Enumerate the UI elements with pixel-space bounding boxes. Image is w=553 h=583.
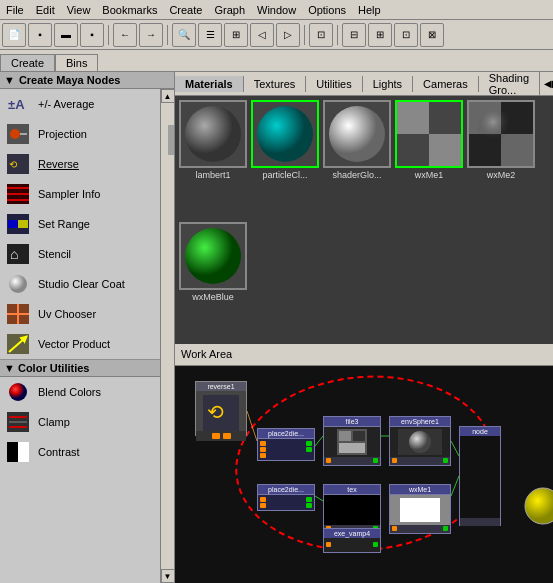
proj-icon (4, 122, 32, 146)
node-item-clamp[interactable]: Clamp (0, 407, 160, 437)
tool15[interactable]: ⊡ (394, 23, 418, 47)
node-right-group[interactable]: node (459, 426, 501, 526)
scrollbar[interactable]: ▲ ▼ (160, 89, 174, 583)
contrast-icon (4, 440, 32, 464)
scroll-up[interactable]: ▲ (161, 89, 175, 103)
tool16[interactable]: ⊠ (420, 23, 444, 47)
sep3 (304, 25, 305, 45)
tool12[interactable]: ⊡ (309, 23, 333, 47)
svg-point-2 (10, 129, 20, 139)
node-reverse1[interactable]: reverse1 ⟲ (195, 381, 247, 436)
node-texture-dark[interactable]: tex (323, 484, 381, 534)
yellow-circle-node[interactable] (523, 486, 553, 528)
tab-create[interactable]: Create (0, 54, 55, 71)
tool10[interactable]: ◁ (250, 23, 274, 47)
node-exe-vamp4[interactable]: exe_vamp4 (323, 528, 381, 553)
tool8[interactable]: ☰ (198, 23, 222, 47)
menu-help[interactable]: Help (352, 4, 387, 16)
particlecl-label: particleCl... (262, 170, 307, 180)
menu-graph[interactable]: Graph (208, 4, 251, 16)
collapse-arrow[interactable]: ▼ (4, 74, 15, 86)
node-item-reverse[interactable]: ⟲ Reverse (0, 149, 160, 179)
node-item-vector[interactable]: Vector Product (0, 329, 160, 359)
menu-window[interactable]: Window (251, 4, 302, 16)
tool4[interactable]: ▪ (80, 23, 104, 47)
node-label-projection: Projection (38, 128, 87, 140)
new-button[interactable]: 📄 (2, 23, 26, 47)
nodes-header-label: Create Maya Nodes (19, 74, 121, 86)
menu-bookmarks[interactable]: Bookmarks (96, 4, 163, 16)
material-particlecl[interactable]: particleCl... (251, 100, 319, 218)
tab-shading[interactable]: Shading Gro... (479, 72, 540, 98)
work-area: Work Area reverse1 ⟲ (175, 344, 553, 584)
wxme2-thumb (467, 100, 535, 168)
menu-options[interactable]: Options (302, 4, 352, 16)
shaderglo-thumb (323, 100, 391, 168)
material-wxme1[interactable]: wxMe1 (395, 100, 463, 218)
material-wxme2[interactable]: wxMe2 (467, 100, 535, 218)
nodes-header: ▼ Create Maya Nodes (0, 72, 174, 89)
node-item-uvchooser[interactable]: Uv Chooser (0, 299, 160, 329)
wxme1-label: wxMe1 (415, 170, 444, 180)
node-item-sampler[interactable]: Sampler Info (0, 179, 160, 209)
clamp-icon (4, 410, 32, 434)
redo-button[interactable]: → (139, 23, 163, 47)
node-item-projection[interactable]: Projection (0, 119, 160, 149)
material-grid: lambert1 particleCl... shaderGlo... (175, 96, 553, 344)
vector-icon (4, 332, 32, 356)
color-collapse-arrow[interactable]: ▼ (4, 362, 15, 374)
node-label-reverse: Reverse (38, 158, 79, 170)
color-utilities-label: Color Utilities (18, 362, 90, 374)
menubar: File Edit View Bookmarks Create Graph Wi… (0, 0, 553, 20)
node-item-contrast[interactable]: Contrast (0, 437, 160, 467)
tab-bins[interactable]: Bins (55, 54, 98, 71)
node-item-stencil[interactable]: ⌂ Stencil (0, 239, 160, 269)
blend-icon (4, 380, 32, 404)
node-place2d-1[interactable]: place2die... (257, 428, 315, 461)
svg-text:⟲: ⟲ (207, 401, 224, 423)
svg-text:±A: ±A (8, 97, 25, 112)
svg-point-31 (185, 106, 241, 162)
work-canvas[interactable]: reverse1 ⟲ (175, 366, 553, 584)
svg-point-22 (9, 383, 27, 401)
lambert1-label: lambert1 (195, 170, 230, 180)
material-lambert1[interactable]: lambert1 (179, 100, 247, 218)
tool7[interactable]: 🔍 (172, 23, 196, 47)
tool13[interactable]: ⊟ (342, 23, 366, 47)
node-file3[interactable]: file3 (323, 416, 381, 466)
tool9[interactable]: ⊞ (224, 23, 248, 47)
menu-create[interactable]: Create (163, 4, 208, 16)
tab-textures[interactable]: Textures (244, 76, 307, 92)
scroll-down[interactable]: ▼ (161, 569, 175, 583)
node-item-blend[interactable]: Blend Colors (0, 377, 160, 407)
material-shaderglo[interactable]: shaderGlo... (323, 100, 391, 218)
node-wxme1-graph[interactable]: wxMe1 (389, 484, 451, 534)
open-button[interactable]: ▪ (28, 23, 52, 47)
tab-materials[interactable]: Materials (175, 76, 244, 92)
tool14[interactable]: ⊞ (368, 23, 392, 47)
wxme1-thumb (395, 100, 463, 168)
tool11[interactable]: ▷ (276, 23, 300, 47)
menu-view[interactable]: View (61, 4, 97, 16)
tab-utilities[interactable]: Utilities (306, 76, 362, 92)
menu-file[interactable]: File (0, 4, 30, 16)
tab-lights[interactable]: Lights (363, 76, 413, 92)
node-item-clearcoat[interactable]: Studio Clear Coat (0, 269, 160, 299)
node-item-average[interactable]: ±A +/- Average (0, 89, 160, 119)
svg-rect-39 (429, 102, 461, 134)
undo-button[interactable]: ← (113, 23, 137, 47)
node-item-setrange[interactable]: Set Range (0, 209, 160, 239)
avg-icon: ±A (4, 92, 32, 116)
node-place2d-2[interactable]: place2die... (257, 484, 315, 511)
node-envsphere1[interactable]: envSphere1 (389, 416, 451, 466)
material-wxmeblue[interactable]: wxMeBlue (179, 222, 247, 340)
save-button[interactable]: ▬ (54, 23, 78, 47)
work-area-label: Work Area (181, 348, 232, 360)
menu-edit[interactable]: Edit (30, 4, 61, 16)
svg-rect-54 (339, 443, 365, 453)
tab-cameras[interactable]: Cameras (413, 76, 479, 92)
wxme2-label: wxMe2 (487, 170, 516, 180)
node-label-vector: Vector Product (38, 338, 110, 350)
mat-scroll-left[interactable]: ◀ (544, 78, 552, 89)
scroll-thumb[interactable] (168, 125, 175, 155)
